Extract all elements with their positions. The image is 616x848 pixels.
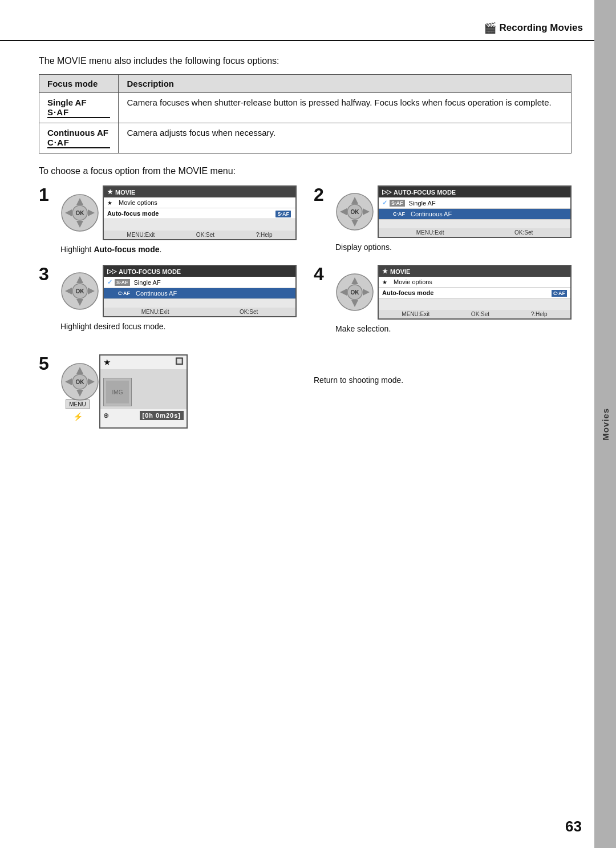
step-number-4: 4 xyxy=(314,265,330,283)
row-icon-s1r1: ★ xyxy=(107,200,116,206)
row-label-s3r2: Continuous AF xyxy=(136,290,177,297)
footer-s3-exit: MENU:Exit xyxy=(141,309,169,315)
step-2-caption: Display options. xyxy=(335,242,572,252)
footer-s3-set: OK:Set xyxy=(240,309,258,315)
screen-3-footer: MENU:Exit OK:Set xyxy=(104,308,295,316)
dpad-4: OK xyxy=(335,273,374,312)
main-content: The MOVIE menu also includes the followi… xyxy=(22,46,589,848)
step-5-dpad-wrapper: OK MENU ⚡ xyxy=(60,362,95,421)
timer-badge: [0h 0m20s] xyxy=(140,411,184,420)
cf-badge-s3: C·AF xyxy=(116,290,132,297)
step-3-body: OK ▷▷ AUTO-FOCUS MODE ✓ S·AF Single AF xyxy=(60,265,297,332)
screen-1-empty xyxy=(104,219,295,231)
side-tab: Movies xyxy=(594,0,616,848)
step-1-visuals: OK ★ MOVIE ★ Movie options xyxy=(60,185,297,240)
screen-3-row-2: C·AF Continuous AF xyxy=(104,288,295,299)
step-number-2: 2 xyxy=(314,185,330,204)
side-tab-label: Movies xyxy=(601,408,610,441)
step-1-caption: Highlight Auto-focus mode. xyxy=(60,244,297,255)
mode-label-2: Continuous AF xyxy=(47,128,110,138)
svg-text:OK: OK xyxy=(351,289,360,296)
row-label-s2r2: Continuous AF xyxy=(411,211,452,217)
screen-1-footer: MENU:Exit OK:Set ?:Help xyxy=(104,231,295,239)
screen-3-title: AUTO-FOCUS MODE xyxy=(119,268,181,275)
row-icon-s4r1: ★ xyxy=(382,279,391,285)
steps-grid: 1 xyxy=(39,185,572,429)
step-4-body: OK ★ MOVIE ★ Movie options xyxy=(335,265,572,334)
screen-1-header: ★ MOVIE xyxy=(104,187,295,197)
row-label-s2r1: Single AF xyxy=(409,200,436,207)
cf-badge-s2: C·AF xyxy=(391,211,407,217)
step-2-visuals: OK ▷▷ AUTO-FOCUS MODE ✓ S·AF Single AF xyxy=(335,185,572,238)
row-label-s1r1: Movie options xyxy=(119,199,157,206)
screen-2: ▷▷ AUTO-FOCUS MODE ✓ S·AF Single AF C·AF… xyxy=(378,185,572,238)
shoot-screen: ★ 🔲 IMG xyxy=(99,354,188,429)
step-3: 3 OK xyxy=(39,265,297,334)
dpad-2: OK xyxy=(335,192,374,231)
step-4-caption: Make selection. xyxy=(335,324,572,334)
description-cell-2: Camera adjusts focus when necessary. xyxy=(119,123,572,154)
screen-4-row-1: ★ Movie options xyxy=(379,277,570,288)
svg-text:OK: OK xyxy=(351,209,360,215)
shoot-screen-top: ★ 🔲 xyxy=(100,356,187,369)
earth-icon-s5: ⊕ xyxy=(103,411,109,419)
af-icon-s2: ▷▷ xyxy=(382,188,391,196)
screen-4-footer: MENU:Exit OK:Set ?:Help xyxy=(379,310,570,318)
step-2-body: OK ▷▷ AUTO-FOCUS MODE ✓ S·AF Single AF xyxy=(335,185,572,252)
step-1-body: OK ★ MOVIE ★ Movie options xyxy=(60,185,297,255)
screen-2-header: ▷▷ AUTO-FOCUS MODE xyxy=(379,187,570,197)
dpad-1: OK xyxy=(60,193,99,232)
mode-label-1: Single AF xyxy=(47,98,110,107)
screen-1: ★ MOVIE ★ Movie options Auto-focus mode … xyxy=(103,185,297,240)
step-4-visuals: OK ★ MOVIE ★ Movie options xyxy=(335,265,572,320)
step-number-5: 5 xyxy=(39,354,55,373)
screen-1-title: MOVIE xyxy=(115,189,135,196)
footer-s2-exit: MENU:Exit xyxy=(416,229,444,236)
screen-4-row-2: Auto-focus mode C·AF xyxy=(379,288,570,298)
focus-mode-cell-1: Single AF S·AF xyxy=(39,93,119,123)
af-icon-s3: ▷▷ xyxy=(107,268,116,275)
screen-4-header: ★ MOVIE xyxy=(379,266,570,277)
movie-icon-s4: ★ xyxy=(382,268,388,275)
focus-table: Focus mode Description Single AF S·AF Ca… xyxy=(39,74,572,154)
row-arrow-s4: C·AF xyxy=(552,289,567,296)
corner-icon-shoot: 🔲 xyxy=(175,357,184,368)
screen-4: ★ MOVIE ★ Movie options Auto-focus mode … xyxy=(378,265,572,320)
row-arrow-s1: S·AF xyxy=(275,210,292,217)
footer-s4-help: ?:Help xyxy=(531,311,548,317)
intro-text: The MOVIE menu also includes the followi… xyxy=(39,56,572,66)
flash-icon-s5: ⚡ xyxy=(73,412,83,421)
focus-mode-cell-2: Continuous AF C·AF xyxy=(39,123,119,154)
mode-code-1: S·AF xyxy=(47,107,110,118)
svg-text:IMG: IMG xyxy=(112,389,123,395)
step-3-caption: Highlight desired focus mode. xyxy=(60,321,297,332)
step-3-visuals: OK ▷▷ AUTO-FOCUS MODE ✓ S·AF Single AF xyxy=(60,265,297,317)
screen-3: ▷▷ AUTO-FOCUS MODE ✓ S·AF Single AF C·AF… xyxy=(103,265,297,317)
table-row: Single AF S·AF Camera focuses when shutt… xyxy=(39,93,572,123)
movie-icon-s1: ★ xyxy=(107,188,113,196)
row-label-s3r1: Single AF xyxy=(134,279,161,286)
svg-text:OK: OK xyxy=(76,379,85,385)
page-number: 63 xyxy=(565,818,582,835)
header-title-text: Recording Movies xyxy=(500,22,583,34)
step-5-body: OK MENU ⚡ ★ 🔲 xyxy=(60,354,297,429)
thumbnail-s5: IMG xyxy=(103,378,132,406)
screen-2-footer: MENU:Exit OK:Set xyxy=(379,228,570,237)
step-number-3: 3 xyxy=(39,265,55,283)
star-icon-shoot: ★ xyxy=(103,357,111,368)
saf-badge-s1: S·AF xyxy=(275,211,291,217)
description-cell-1: Camera focuses when shutter-release butt… xyxy=(119,93,572,123)
screen-2-empty xyxy=(379,220,570,228)
step-4: 4 OK xyxy=(314,265,572,334)
sf-badge-s3: S·AF xyxy=(115,279,130,286)
svg-text:OK: OK xyxy=(76,210,85,216)
step-5: 5 OK xyxy=(39,354,297,429)
movie-icon: 🎬 xyxy=(484,22,496,34)
sf-badge-s2: S·AF xyxy=(390,200,405,207)
table-header-description: Description xyxy=(119,75,572,93)
shoot-screen-bottom: ⊕ [0h 0m20s] xyxy=(100,409,187,422)
step-1: 1 xyxy=(39,185,297,255)
row-label-s4r1: Movie options xyxy=(394,278,432,285)
row-label-s1r2: Auto-focus mode xyxy=(107,210,159,217)
footer-s1-exit: MENU:Exit xyxy=(127,232,155,238)
